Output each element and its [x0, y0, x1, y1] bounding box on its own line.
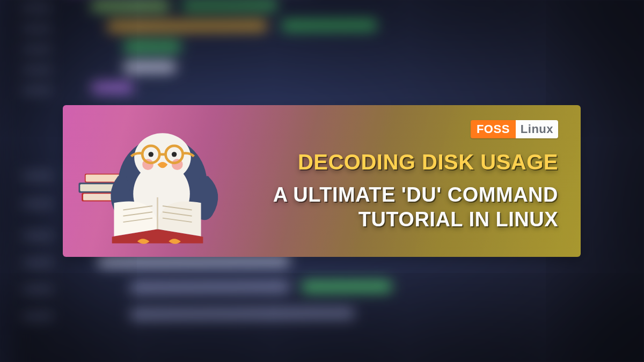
- subtitle-line-2: TUTORIAL IN LINUX: [245, 208, 558, 232]
- hero-banner: FOSS Linux DECODING DISK USAGE A ULTIMAT…: [63, 105, 581, 257]
- brand-badge: FOSS Linux: [471, 120, 558, 138]
- svg-point-13: [149, 152, 153, 157]
- penguin-reading-illustration: [81, 118, 234, 249]
- subtitle-line-1: A ULTIMATE 'DU' COMMAND: [245, 183, 558, 208]
- banner-title: DECODING DISK USAGE: [245, 150, 558, 174]
- brand-left: FOSS: [471, 120, 516, 138]
- banner-subtitle: A ULTIMATE 'DU' COMMAND TUTORIAL IN LINU…: [245, 183, 558, 232]
- svg-point-14: [172, 152, 177, 157]
- brand-right: Linux: [516, 120, 558, 138]
